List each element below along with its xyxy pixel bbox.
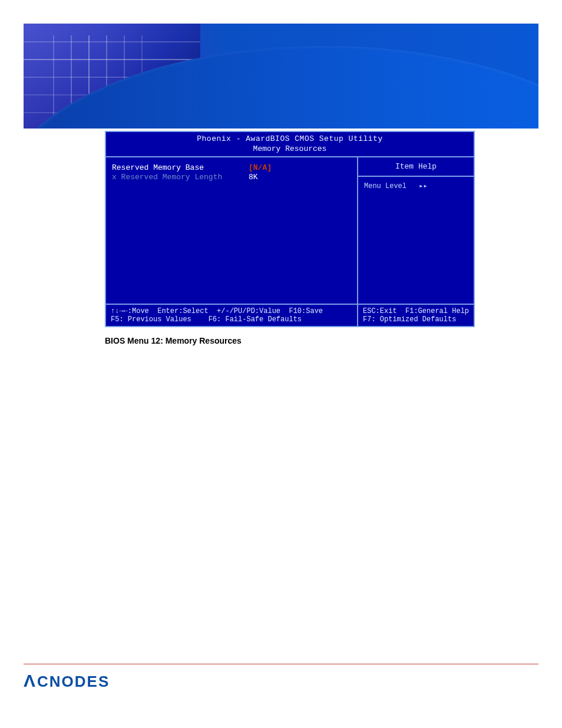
- bios-footer: ↑↓→←:Move Enter:Select +/-/PU/PD:Value F…: [106, 305, 474, 326]
- bios-right-pane: Item Help Menu Level ▸▸: [358, 157, 474, 304]
- bios-item-label: Reserved Memory Length: [112, 173, 242, 182]
- bios-footer-line: ↑↓→←:Move Enter:Select +/-/PU/PD:Value F…: [111, 307, 323, 315]
- chevron-right-icon: ▸▸: [419, 182, 427, 190]
- bios-item-reserved-memory-base[interactable]: Reserved Memory Base [N/A]: [112, 163, 351, 173]
- bios-title: Phoenix - AwardBIOS CMOS Setup Utility: [106, 132, 474, 144]
- bios-footer-line: ESC:Exit F1:General Help: [363, 307, 469, 315]
- bios-subtitle: Memory Resources: [106, 144, 474, 156]
- bios-item-help-heading: Item Help: [358, 157, 474, 177]
- bios-item-value: 8K: [249, 173, 258, 182]
- figure-caption: BIOS Menu 12: Memory Resources: [105, 336, 242, 345]
- brand-logo-text: CNODES: [37, 673, 110, 691]
- bios-footer-left: ↑↓→←:Move Enter:Select +/-/PU/PD:Value F…: [106, 305, 358, 326]
- bios-menu-level-label: Menu Level: [364, 182, 406, 190]
- bios-body: Reserved Memory Base [N/A] Reserved Memo…: [106, 156, 474, 305]
- brand-logo-icon: Λ: [24, 671, 37, 691]
- brand-logo: ΛCNODES: [24, 671, 110, 691]
- bios-item-value: [N/A]: [249, 163, 272, 173]
- bios-footer-line: F5: Previous Values F6: Fail-Safe Defaul…: [111, 315, 302, 324]
- bios-left-pane: Reserved Memory Base [N/A] Reserved Memo…: [106, 157, 358, 304]
- header-banner: [24, 24, 538, 129]
- bios-screenshot: Phoenix - AwardBIOS CMOS Setup Utility M…: [105, 131, 475, 327]
- bios-item-reserved-memory-length: Reserved Memory Length 8K: [112, 173, 351, 182]
- bios-footer-right: ESC:Exit F1:General Help F7: Optimized D…: [358, 305, 474, 326]
- bios-footer-line: F7: Optimized Defaults: [363, 315, 456, 324]
- bios-screen: Phoenix - AwardBIOS CMOS Setup Utility M…: [105, 131, 475, 327]
- bios-menu-level: Menu Level ▸▸: [358, 177, 474, 195]
- bios-item-label: Reserved Memory Base: [112, 163, 242, 173]
- footer-divider: [24, 664, 538, 664]
